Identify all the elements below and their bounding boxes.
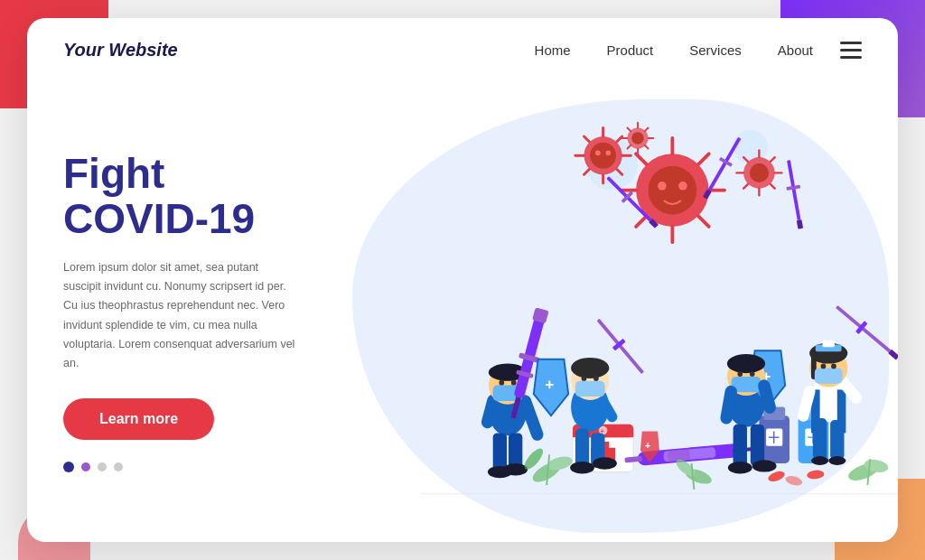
svg-rect-127 [813,418,827,460]
svg-rect-142 [815,368,843,383]
dot-4[interactable] [114,462,123,471]
svg-rect-130 [818,456,822,463]
hero-title: Fight COVID-19 [63,151,298,242]
navbar: Your Website Home Product Services About [27,18,898,81]
svg-point-101 [593,457,617,469]
svg-rect-112 [733,425,747,468]
svg-line-38 [645,127,649,131]
hero-title-line2: COVID-19 [63,195,255,242]
svg-line-44 [627,127,631,131]
svg-point-90 [499,380,504,386]
carousel-dots [63,462,298,472]
hero-title-line1: Fight [63,150,164,197]
svg-rect-54 [797,219,803,229]
svg-point-118 [727,354,765,373]
learn-more-button[interactable]: Learn more [63,398,214,440]
svg-point-11 [649,166,697,215]
svg-point-121 [750,371,755,377]
svg-text:+: + [645,440,651,451]
text-section: Fight COVID-19 Lorem ipsum dolor sit ame… [27,81,334,542]
svg-point-144 [831,364,836,369]
nav-home[interactable]: Home [535,42,571,58]
main-content: Fight COVID-19 Lorem ipsum dolor sit ame… [27,81,898,542]
svg-point-91 [511,380,517,386]
dot-3[interactable] [98,462,107,471]
svg-rect-49 [708,137,742,191]
dot-1[interactable] [63,462,74,472]
svg-point-74 [807,470,825,480]
hamburger-line-1 [840,42,862,44]
svg-point-120 [737,371,743,377]
svg-line-40 [645,145,649,149]
dot-2[interactable] [81,462,90,471]
svg-point-45 [631,132,643,144]
logo: Your Website [63,40,178,61]
svg-point-24 [595,150,601,155]
svg-rect-108 [575,381,605,397]
svg-point-110 [593,376,599,381]
svg-point-109 [582,376,587,381]
svg-point-23 [590,143,616,169]
svg-point-13 [678,182,687,191]
svg-line-4 [698,154,709,164]
svg-line-22 [584,136,589,142]
svg-point-84 [503,463,528,475]
svg-rect-52 [787,160,800,220]
svg-line-30 [771,184,775,189]
svg-point-12 [658,182,667,191]
svg-rect-113 [751,425,764,466]
svg-line-28 [771,157,775,162]
svg-point-107 [571,358,609,378]
main-card: Your Website Home Product Services About… [27,18,898,542]
hero-description: Lorem ipsum dolor sit amet, sea putant s… [63,258,298,374]
svg-point-72 [767,470,786,484]
svg-rect-132 [836,456,839,463]
nav-services[interactable]: Services [689,42,742,58]
svg-point-25 [605,150,611,155]
hamburger-menu[interactable] [840,42,862,59]
hero-illustration: + [334,81,898,542]
svg-rect-50 [719,157,733,167]
svg-point-114 [728,462,752,473]
svg-point-100 [570,462,594,473]
svg-rect-128 [830,420,844,460]
nav-about[interactable]: About [778,42,813,58]
svg-point-35 [750,163,769,182]
svg-text:+: + [545,375,554,393]
hamburger-line-2 [840,49,862,51]
svg-line-8 [636,216,647,227]
illustration-section: + [334,81,898,542]
svg-point-143 [821,364,827,369]
hamburger-line-3 [840,56,862,59]
svg-line-6 [698,216,709,227]
svg-point-73 [784,474,803,487]
svg-point-115 [752,460,777,471]
nav-product[interactable]: Product [607,42,654,58]
svg-line-32 [743,184,748,189]
svg-rect-141 [822,341,834,348]
nav-links: Home Product Services About [535,42,813,58]
